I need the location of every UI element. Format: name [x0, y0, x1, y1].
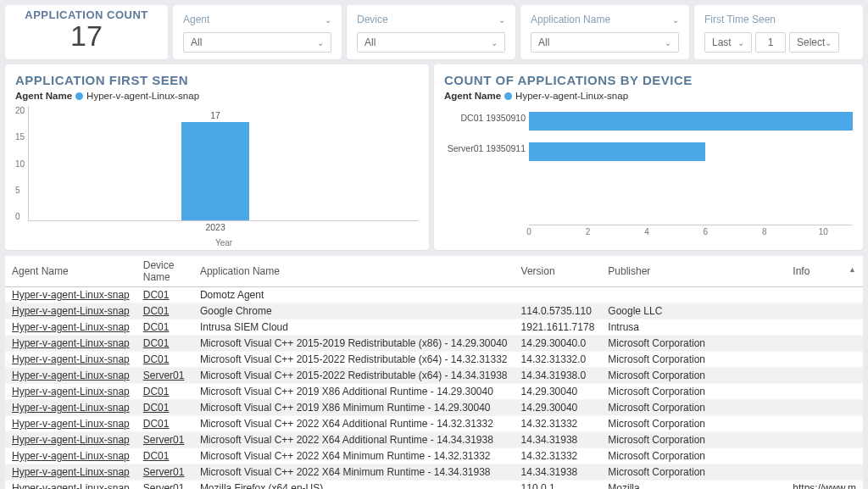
- table-link[interactable]: DC01: [143, 353, 170, 365]
- table-cell: Hyper-v-agent-Linux-snap: [5, 352, 136, 368]
- table-cell: Microsoft Corporation: [601, 416, 786, 432]
- table-row[interactable]: Hyper-v-agent-Linux-snapDC01Google Chrom…: [5, 303, 863, 320]
- table-cell: Server01: [136, 432, 193, 448]
- table-cell: Intrusa: [601, 320, 786, 336]
- table-cell: Microsoft Corporation: [601, 336, 786, 352]
- table-row[interactable]: Hyper-v-agent-Linux-snapServer01Mozilla …: [5, 481, 863, 490]
- chevron-down-icon: ⌄: [665, 38, 671, 47]
- table-link[interactable]: Hyper-v-agent-Linux-snap: [12, 289, 130, 301]
- filter-fts-count-input[interactable]: 1: [755, 32, 786, 53]
- legend-label: Agent Name: [444, 91, 501, 101]
- table-link[interactable]: DC01: [143, 305, 170, 317]
- table-row[interactable]: Hyper-v-agent-Linux-snapDC01Intrusa SIEM…: [5, 320, 863, 336]
- table-row[interactable]: Hyper-v-agent-Linux-snapDC01Microsoft Vi…: [5, 448, 863, 464]
- table-link[interactable]: Hyper-v-agent-Linux-snap: [12, 482, 130, 489]
- filter-agent-label: Agent: [183, 12, 209, 27]
- table-link[interactable]: Hyper-v-agent-Linux-snap: [12, 402, 130, 414]
- table-link[interactable]: Hyper-v-agent-Linux-snap: [12, 370, 130, 381]
- table-link[interactable]: Hyper-v-agent-Linux-snap: [12, 305, 130, 317]
- chart-x-tick: 8: [762, 227, 767, 236]
- table-link[interactable]: Server01: [143, 370, 185, 381]
- table-cell: [786, 384, 863, 400]
- table-cell: Server01: [136, 464, 193, 481]
- filter-fts-mode-value: Last: [712, 36, 732, 48]
- filter-device-select[interactable]: All ⌄: [357, 32, 505, 53]
- chart-x-tick: 2: [586, 227, 591, 236]
- table-link[interactable]: Hyper-v-agent-Linux-snap: [12, 386, 130, 397]
- table-row[interactable]: Hyper-v-agent-Linux-snapServer01Microsof…: [5, 368, 863, 384]
- table-link[interactable]: DC01: [143, 450, 170, 462]
- panel-left-title: APPLICATION FIRST SEEN: [15, 73, 419, 87]
- chevron-down-icon[interactable]: ⌄: [325, 15, 331, 25]
- table-cell: [786, 464, 863, 481]
- chart-hbar-row: [529, 106, 853, 136]
- table-cell: 14.29.30040: [515, 384, 602, 400]
- table-cell: Microsoft Corporation: [601, 368, 786, 384]
- chart-right[interactable]: DC01 19350910Server01 19350911 0246810: [444, 106, 853, 242]
- filter-fts-unit-select[interactable]: Select ⌄: [789, 32, 839, 53]
- table-row[interactable]: Hyper-v-agent-Linux-snapDC01Microsoft Vi…: [5, 352, 863, 368]
- column-header[interactable]: Info▲: [786, 256, 863, 287]
- table-cell: 14.29.30040: [515, 400, 602, 416]
- chart-left[interactable]: 20151050 Year 172023: [15, 106, 419, 242]
- table-cell: Microsoft Corporation: [601, 400, 786, 416]
- filter-agent: Agent ⌄ All ⌄: [173, 5, 342, 59]
- table-cell: Microsoft Visual C++ 2019 X86 Additional…: [193, 384, 515, 400]
- kpi-value: 17: [15, 19, 158, 53]
- column-header[interactable]: Device Name: [136, 256, 193, 287]
- table-cell: DC01: [136, 303, 193, 320]
- table-cell: DC01: [136, 400, 193, 416]
- column-header[interactable]: Agent Name: [5, 256, 136, 287]
- table-row[interactable]: Hyper-v-agent-Linux-snapDC01Microsoft Vi…: [5, 336, 863, 352]
- table-row[interactable]: Hyper-v-agent-Linux-snapDC01Microsoft Vi…: [5, 416, 863, 432]
- table-cell: Microsoft Visual C++ 2022 X64 Minimum Ru…: [193, 448, 515, 464]
- filter-app-select[interactable]: All ⌄: [531, 32, 679, 53]
- table-cell: [786, 448, 863, 464]
- chart-bar[interactable]: [181, 122, 249, 220]
- table-link[interactable]: DC01: [143, 402, 170, 414]
- top-row: APPLICATION COUNT 17 Agent ⌄ All ⌄ Devic…: [5, 5, 863, 59]
- table-link[interactable]: Server01: [143, 434, 185, 446]
- column-header[interactable]: Application Name: [193, 256, 515, 287]
- chevron-down-icon[interactable]: ⌄: [498, 15, 505, 25]
- table-link[interactable]: Hyper-v-agent-Linux-snap: [12, 418, 130, 430]
- filter-app-value: All: [538, 36, 549, 48]
- table-row[interactable]: Hyper-v-agent-Linux-snapDC01Microsoft Vi…: [5, 384, 863, 400]
- table-link[interactable]: DC01: [143, 386, 170, 397]
- table-cell: Hyper-v-agent-Linux-snap: [5, 400, 136, 416]
- chart-left-y-axis: 20151050: [15, 106, 28, 221]
- table-link[interactable]: DC01: [143, 337, 170, 349]
- table-link[interactable]: Server01: [143, 466, 185, 478]
- table-link[interactable]: Hyper-v-agent-Linux-snap: [12, 450, 130, 462]
- filter-agent-select[interactable]: All ⌄: [183, 32, 331, 53]
- table-link[interactable]: Hyper-v-agent-Linux-snap: [12, 353, 130, 365]
- chevron-down-icon: ⌄: [825, 38, 832, 47]
- table-link[interactable]: Hyper-v-agent-Linux-snap: [12, 337, 130, 349]
- table-link[interactable]: Hyper-v-agent-Linux-snap: [12, 321, 130, 333]
- table-link[interactable]: DC01: [143, 321, 170, 333]
- panel-application-first-seen: APPLICATION FIRST SEEN Agent Name Hyper-…: [5, 64, 429, 250]
- table-cell: Domotz Agent: [193, 287, 515, 303]
- table-link[interactable]: Hyper-v-agent-Linux-snap: [12, 434, 130, 446]
- table-link[interactable]: DC01: [143, 418, 170, 430]
- chevron-down-icon: ⌄: [317, 38, 324, 47]
- table-cell: Microsoft Corporation: [601, 464, 786, 481]
- table-row[interactable]: Hyper-v-agent-Linux-snapServer01Microsof…: [5, 432, 863, 448]
- table-row[interactable]: Hyper-v-agent-Linux-snapDC01Domotz Agent: [5, 287, 863, 303]
- chart-hbar[interactable]: [529, 142, 705, 161]
- table-cell: 14.34.31938.0: [515, 368, 602, 384]
- table-link[interactable]: Hyper-v-agent-Linux-snap: [12, 466, 130, 478]
- filter-fts-mode-select[interactable]: Last ⌄: [704, 32, 752, 53]
- table-cell: 14.29.30040.0: [515, 336, 602, 352]
- table-cell: Microsoft Visual C++ 2015-2022 Redistrib…: [193, 352, 515, 368]
- chevron-down-icon[interactable]: ⌄: [672, 15, 679, 25]
- column-header[interactable]: Publisher: [601, 256, 786, 287]
- table-row[interactable]: Hyper-v-agent-Linux-snapDC01Microsoft Vi…: [5, 400, 863, 416]
- column-header[interactable]: Version: [515, 256, 602, 287]
- table-cell: Hyper-v-agent-Linux-snap: [5, 368, 136, 384]
- legend-dot-icon: [504, 92, 512, 100]
- table-link[interactable]: DC01: [143, 289, 170, 301]
- table-link[interactable]: Server01: [143, 482, 185, 489]
- chart-hbar[interactable]: [529, 112, 853, 131]
- table-row[interactable]: Hyper-v-agent-Linux-snapServer01Microsof…: [5, 464, 863, 481]
